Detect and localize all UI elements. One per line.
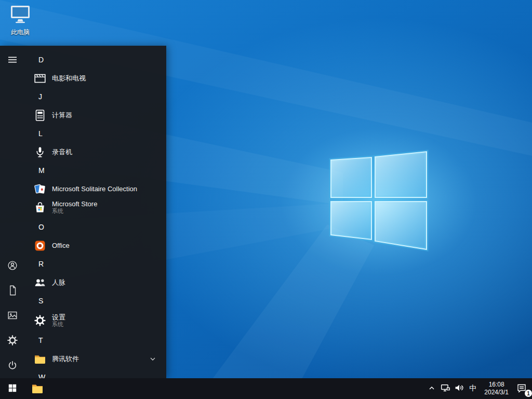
documents-button[interactable] <box>0 278 25 303</box>
app-list-header-r[interactable]: R <box>32 254 166 274</box>
app-list-header-w[interactable]: W <box>32 367 166 378</box>
file-explorer-button[interactable] <box>25 378 50 399</box>
voice-recorder-icon <box>33 145 47 159</box>
system-tray: 中 16:08 2024/3/1 1 <box>425 378 532 399</box>
documents-icon <box>6 284 19 298</box>
expand-menu-button[interactable] <box>0 48 25 73</box>
desktop-icon-label: 此电脑 <box>11 28 30 37</box>
clock-date: 2024/3/1 <box>484 389 509 396</box>
app-item-solitaire[interactable]: Microsoft Solitaire Collection <box>32 180 166 197</box>
account-button[interactable] <box>0 254 25 278</box>
start-button[interactable] <box>0 378 25 399</box>
app-list: D 电影和电视 J <box>25 46 166 378</box>
rail-bottom-group <box>0 254 25 378</box>
app-item-people[interactable]: 人脉 <box>32 274 166 291</box>
app-item-office[interactable]: Office <box>32 237 166 254</box>
app-item-label: Microsoft Store <box>52 200 97 208</box>
app-item-label: 设置 <box>52 313 65 321</box>
app-item-settings[interactable]: 设置 系统 <box>32 311 166 330</box>
office-icon <box>33 239 47 252</box>
taskbar: 中 16:08 2024/3/1 1 <box>0 378 532 399</box>
account-icon <box>6 259 19 273</box>
pictures-button[interactable] <box>0 303 25 328</box>
notification-badge: 1 <box>525 390 532 397</box>
app-item-movies-tv[interactable]: 电影和电视 <box>32 70 166 87</box>
movies-tv-icon <box>33 72 47 85</box>
tray-overflow-button[interactable] <box>425 378 438 399</box>
app-item-label: 腾讯软件 <box>52 355 79 363</box>
app-item-label: Office <box>52 242 70 249</box>
chevron-down-icon <box>150 356 156 362</box>
taskbar-clock[interactable]: 16:08 2024/3/1 <box>480 378 513 399</box>
folder-icon <box>33 352 47 366</box>
this-pc-icon <box>9 4 32 27</box>
desktop: 此电脑 <box>0 0 532 399</box>
hamburger-menu-icon <box>7 55 18 66</box>
ime-indicator[interactable]: 中 <box>466 378 480 399</box>
settings-button[interactable] <box>0 328 25 353</box>
network-button[interactable] <box>438 378 452 399</box>
app-list-header-d[interactable]: D <box>32 50 166 70</box>
settings-gear-icon <box>33 314 47 327</box>
people-icon <box>33 276 47 289</box>
windows-logo-wallpaper <box>331 152 427 249</box>
network-icon <box>441 383 450 394</box>
app-list-header-j[interactable]: J <box>32 87 166 107</box>
app-item-sublabel: 系统 <box>52 321 65 328</box>
settings-icon <box>7 335 18 348</box>
app-item-label: 电影和电视 <box>52 74 86 82</box>
app-list-header-s[interactable]: S <box>32 291 166 311</box>
start-icon <box>8 383 17 394</box>
app-list-header-m[interactable]: M <box>32 161 166 180</box>
app-item-label: 录音机 <box>52 148 72 156</box>
app-item-label: 人脉 <box>52 278 65 286</box>
chevron-up-icon <box>428 384 435 393</box>
power-icon <box>7 360 18 373</box>
store-icon <box>33 201 47 214</box>
solitaire-icon <box>33 182 47 196</box>
app-list-header-o[interactable]: O <box>32 217 166 237</box>
app-item-label: Microsoft Solitaire Collection <box>52 185 137 193</box>
pictures-icon <box>6 309 19 323</box>
calculator-icon <box>33 109 47 122</box>
power-button[interactable] <box>0 353 25 378</box>
desktop-icon-this-pc[interactable]: 此电脑 <box>4 4 36 37</box>
action-center-button[interactable]: 1 <box>513 378 530 399</box>
app-item-label: 计算器 <box>52 111 72 119</box>
app-item-sublabel: 系统 <box>52 208 97 215</box>
start-menu: D 电影和电视 J <box>0 46 166 378</box>
app-list-header-l[interactable]: L <box>32 124 166 143</box>
file-explorer-icon <box>31 382 44 396</box>
volume-icon <box>454 383 464 394</box>
app-item-tencent-folder[interactable]: 腾讯软件 <box>32 350 166 367</box>
start-menu-rail <box>0 46 25 378</box>
app-item-voice-recorder[interactable]: 录音机 <box>32 143 166 161</box>
app-item-calculator[interactable]: 计算器 <box>32 107 166 124</box>
volume-button[interactable] <box>452 378 466 399</box>
clock-time: 16:08 <box>489 381 504 389</box>
app-list-header-t[interactable]: T <box>32 330 166 350</box>
app-item-microsoft-store[interactable]: Microsoft Store 系统 <box>32 197 166 217</box>
